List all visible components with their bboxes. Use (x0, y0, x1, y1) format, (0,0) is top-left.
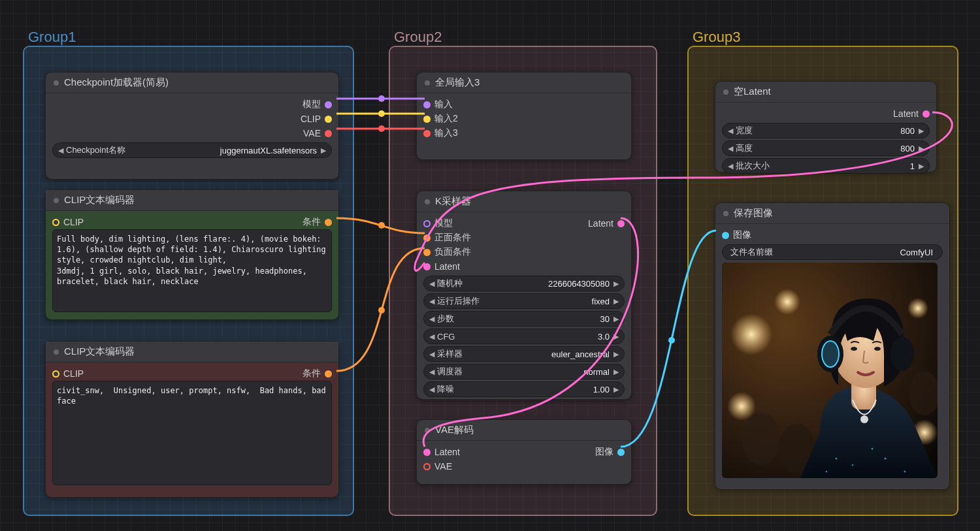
input-latent-port[interactable] (423, 449, 431, 456)
output-clip-label: CLIP (297, 114, 325, 124)
input-2-port[interactable] (423, 116, 431, 123)
steps-widget[interactable]: ◀步数30▶ (423, 311, 625, 327)
cfg-widget[interactable]: ◀CFG3.0▶ (423, 329, 625, 344)
control-widget[interactable]: ◀运行后操作fixed▶ (423, 293, 625, 309)
height-widget[interactable]: ◀高度800▶ (722, 140, 930, 156)
node-clip-text-negative[interactable]: CLIP文本编码器 CLIP 条件 (45, 341, 339, 498)
svg-point-17 (884, 457, 886, 459)
node-title: CLIP文本编码器 (64, 346, 135, 358)
scheduler-widget[interactable]: ◀调度器normal▶ (423, 364, 625, 379)
input-negative-port[interactable] (423, 249, 431, 256)
node-title: 空Latent (734, 86, 771, 98)
group-2[interactable]: Group2 全局输入3 输入 输入2 输入3 K采样器 模型 Latent 正… (389, 46, 657, 516)
group-3-title: Group3 (693, 29, 740, 46)
group-1[interactable]: Group1 Checkpoint加载器(简易) 模型 CLIP VAE ◀ C… (23, 46, 354, 516)
filename-prefix-widget[interactable]: 文件名前缀 ComfyUI (722, 244, 943, 260)
input-1-port[interactable] (423, 101, 431, 108)
input-clip-port[interactable] (52, 219, 59, 226)
positive-prompt-input[interactable] (52, 229, 332, 312)
input-3-port[interactable] (423, 130, 431, 137)
input-vae-port[interactable] (423, 463, 431, 470)
svg-point-12 (742, 413, 781, 465)
svg-point-18 (904, 471, 906, 473)
svg-point-10 (907, 298, 928, 319)
output-vae-label: VAE (299, 128, 325, 138)
width-widget[interactable]: ◀宽度800▶ (722, 123, 930, 138)
node-global-input[interactable]: 全局输入3 输入 输入2 输入3 (416, 72, 632, 160)
sampler-widget[interactable]: ◀采样器euler_ancestral▶ (423, 346, 625, 362)
checkpoint-name-widget[interactable]: ◀ Checkpoint名称 juggernautXL.safetensors … (52, 142, 332, 158)
node-title: 全局输入3 (435, 76, 480, 89)
node-empty-latent[interactable]: 空Latent Latent ◀宽度800▶ ◀高度800▶ ◀批次大小1▶ (715, 81, 937, 172)
group-3[interactable]: Group3 空Latent Latent ◀宽度800▶ ◀高度800▶ ◀批… (687, 46, 958, 516)
node-checkpoint-loader[interactable]: Checkpoint加载器(简易) 模型 CLIP VAE ◀ Checkpoi… (45, 72, 339, 180)
svg-point-27 (890, 337, 914, 371)
input-positive-port[interactable] (423, 234, 431, 242)
node-title: VAE解码 (435, 424, 474, 436)
input-clip-port[interactable] (52, 370, 59, 378)
output-latent-port[interactable] (923, 110, 930, 118)
output-model-label: 模型 (299, 99, 325, 110)
svg-point-28 (851, 347, 857, 351)
svg-point-16 (852, 464, 854, 466)
node-title: 保存图像 (734, 207, 773, 219)
svg-point-7 (730, 314, 772, 355)
svg-point-1 (378, 110, 385, 117)
chevron-right-icon[interactable]: ▶ (321, 146, 326, 155)
output-image-port[interactable] (617, 449, 625, 456)
svg-point-5 (668, 337, 675, 344)
output-model-port[interactable] (325, 101, 332, 108)
chevron-left-icon[interactable]: ◀ (58, 146, 63, 155)
output-cond-port[interactable] (325, 370, 332, 378)
svg-point-2 (378, 125, 385, 132)
svg-point-19 (826, 471, 828, 473)
output-cond-port[interactable] (325, 219, 332, 226)
group-2-title: Group2 (394, 29, 442, 46)
input-image-port[interactable] (722, 232, 729, 239)
group-1-title: Group1 (28, 29, 76, 46)
output-vae-port[interactable] (325, 130, 332, 137)
input-model-port[interactable] (423, 220, 431, 227)
svg-point-0 (378, 95, 385, 102)
negative-prompt-input[interactable] (52, 381, 332, 485)
node-title: K采样器 (435, 195, 471, 208)
svg-point-3 (378, 222, 385, 229)
node-clip-text-positive[interactable]: CLIP文本编码器 CLIP 条件 (45, 189, 339, 320)
node-title: CLIP文本编码器 (64, 194, 135, 206)
svg-point-8 (774, 289, 800, 315)
node-title: Checkpoint加载器(简易) (64, 76, 169, 89)
denoise-widget[interactable]: ◀降噪1.00▶ (423, 381, 625, 397)
svg-point-29 (874, 347, 881, 351)
seed-widget[interactable]: ◀随机种2266064305080▶ (423, 276, 625, 291)
svg-point-22 (860, 415, 868, 423)
node-vae-decode[interactable]: VAE解码 Latent 图像 VAE (416, 419, 632, 485)
svg-point-20 (872, 448, 874, 450)
node-ksampler[interactable]: K采样器 模型 Latent 正面条件 负面条件 Latent ◀随机种2266… (416, 191, 632, 400)
output-clip-port[interactable] (325, 116, 332, 123)
input-latent-port[interactable] (423, 263, 431, 270)
svg-point-4 (378, 307, 385, 314)
node-save-image[interactable]: 保存图像 图像 文件名前缀 ComfyUI (715, 202, 950, 490)
batch-widget[interactable]: ◀批次大小1▶ (722, 158, 930, 174)
svg-point-15 (836, 458, 838, 460)
output-image-preview (722, 263, 938, 478)
output-latent-port[interactable] (617, 220, 625, 227)
